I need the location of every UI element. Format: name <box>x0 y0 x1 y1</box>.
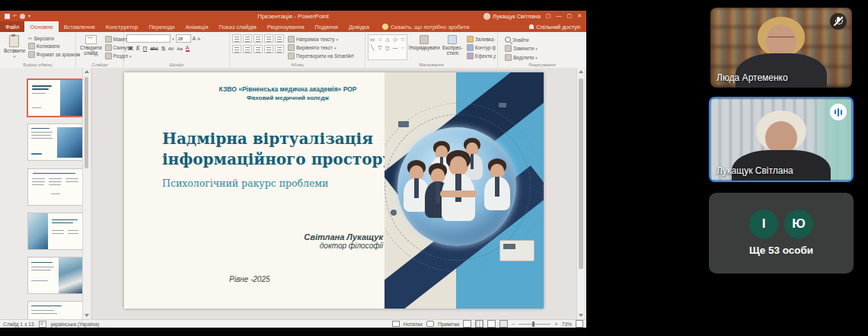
scroll-down-icon[interactable] <box>83 312 90 319</box>
slide-thumbnail-1[interactable] <box>28 80 83 116</box>
language-indicator[interactable]: українська (Україна) <box>51 322 100 327</box>
slide-thumbnail-6[interactable] <box>28 302 83 319</box>
decrease-indent-icon[interactable] <box>254 34 263 43</box>
shape-star-icon[interactable]: ☆ <box>400 37 405 43</box>
shape-fill-button[interactable]: Заливка фігури <box>467 36 496 43</box>
increase-indent-icon[interactable] <box>264 34 273 43</box>
tab-animations[interactable]: Анімація <box>180 21 213 32</box>
new-slide-button[interactable]: Створити слайд <box>78 34 104 60</box>
account-button[interactable]: Лукащук Світлана <box>483 13 541 20</box>
text-direction-button[interactable]: Напрямок тексту ▾ <box>288 36 354 43</box>
shape-square-icon[interactable]: ◻ <box>385 45 390 51</box>
slide-thumbnail-3[interactable] <box>28 169 83 205</box>
shape-outline-button[interactable]: Контур фігури <box>467 44 496 51</box>
arrange-button[interactable]: Упорядкувати <box>409 34 439 60</box>
zoom-in-button[interactable]: + <box>554 322 557 327</box>
shape-line-icon[interactable]: ╲ <box>371 45 374 51</box>
start-slideshow-icon[interactable] <box>20 14 25 19</box>
strikethrough-button[interactable]: abc <box>150 46 158 51</box>
zoom-out-button[interactable]: − <box>512 322 515 327</box>
shapes-gallery[interactable]: ▭ ○ △ ◇ ☆ ╲ ▽ ◻ — ◦ <box>368 34 407 60</box>
slide-scroll-down-icon[interactable] <box>577 312 585 319</box>
ribbon-display-options-icon[interactable]: ▢ <box>546 13 551 19</box>
align-right-icon[interactable] <box>254 45 263 53</box>
slide-thumbnail-2[interactable] <box>28 124 83 160</box>
tab-design[interactable]: Конструктор <box>101 21 144 32</box>
zoom-level[interactable]: 73% <box>561 322 572 327</box>
columns-icon[interactable] <box>275 45 284 53</box>
font-size-input[interactable]: 28 <box>176 34 191 43</box>
zoom-slider[interactable] <box>519 324 550 325</box>
slide-canvas[interactable]: КЗВО «Рівненська медична академія» РОР Ф… <box>124 72 544 309</box>
numbering-icon[interactable] <box>243 34 252 43</box>
decrease-font-icon[interactable]: А <box>197 37 200 41</box>
font-name-input[interactable] <box>126 34 171 43</box>
copy-button[interactable]: Копіювати <box>28 43 80 50</box>
font-color-button[interactable]: А <box>186 45 190 52</box>
bullets-icon[interactable] <box>232 34 241 43</box>
tab-insert[interactable]: Вставлення <box>59 21 101 32</box>
comments-toggle[interactable]: Примітки <box>438 322 460 327</box>
scroll-up-icon[interactable] <box>83 68 90 75</box>
convert-smartart-button[interactable]: Перетворити на SmartArt <box>288 53 354 59</box>
select-button[interactable]: Виділити ▾ <box>505 54 538 61</box>
slide-sorter-view-icon[interactable] <box>475 320 483 328</box>
minimize-button[interactable]: — <box>557 13 562 19</box>
notes-toggle[interactable]: Нотатки <box>404 322 423 327</box>
slide-scroll-up-icon[interactable] <box>577 68 585 75</box>
quick-styles-button[interactable]: Експрес- стилі <box>441 34 464 60</box>
shape-effects-button[interactable]: Ефекти для фігур <box>467 53 496 59</box>
tab-slideshow[interactable]: Показ слайдів <box>214 21 262 32</box>
thumbnail-scrollbar[interactable] <box>82 68 90 319</box>
fit-to-window-icon[interactable] <box>576 320 583 328</box>
align-text-button[interactable]: Вирівняти текст ▾ <box>288 44 354 51</box>
format-painter-button[interactable]: Формат за зразком <box>28 51 80 58</box>
reading-view-icon[interactable] <box>487 320 496 328</box>
shape-circle-icon[interactable]: ○ <box>378 37 381 42</box>
paste-button[interactable]: Вставити ▾ <box>2 34 27 60</box>
thumbnail-scroll-thumb[interactable] <box>85 77 88 168</box>
justify-icon[interactable] <box>264 45 273 53</box>
bold-button[interactable]: Ж <box>128 45 133 52</box>
more-participants-tile[interactable]: І Ю Ще 53 особи <box>709 193 854 274</box>
restore-button[interactable]: ▢ <box>567 13 573 19</box>
slide-thumbnail-5[interactable] <box>28 258 83 293</box>
video-tile-1[interactable]: Люда Артеменко <box>710 8 852 88</box>
tab-help[interactable]: Довідка <box>343 21 375 32</box>
tab-file[interactable]: Файл <box>0 21 24 32</box>
italic-button[interactable]: К <box>136 45 140 52</box>
character-spacing-button[interactable]: AV <box>168 46 174 51</box>
replace-button[interactable]: Замінити ▾ <box>505 45 538 52</box>
find-button[interactable]: Знайти <box>505 37 538 43</box>
qat-customize-icon[interactable]: ▾ <box>28 14 30 18</box>
shape-triangle-icon[interactable]: △ <box>385 37 389 43</box>
increase-font-icon[interactable]: А <box>193 36 196 41</box>
slide-thumbnail-4[interactable] <box>28 213 83 249</box>
change-case-button[interactable]: Aa <box>177 46 182 51</box>
zoom-slider-knob[interactable] <box>532 322 535 327</box>
normal-view-icon[interactable] <box>463 320 471 328</box>
shape-dash-icon[interactable]: — <box>393 45 398 50</box>
tell-me-box[interactable]: Скажіть, що потрібно зробити <box>382 21 470 32</box>
undo-icon[interactable]: ↶ <box>13 14 17 18</box>
share-button[interactable]: Спільний доступ <box>529 21 586 32</box>
cut-button[interactable]: ✂ Вирізати <box>28 36 80 41</box>
spellcheck-icon[interactable] <box>39 321 46 328</box>
underline-button[interactable]: П <box>143 45 147 52</box>
align-center-icon[interactable] <box>243 45 252 53</box>
shape-diamond-icon[interactable]: ◇ <box>393 37 397 43</box>
tab-review[interactable]: Рецензування <box>262 21 310 32</box>
line-spacing-icon[interactable] <box>275 34 284 43</box>
video-tile-2-active-speaker[interactable]: Лукащук Світлана <box>709 97 854 182</box>
shape-rect-icon[interactable]: ▭ <box>370 37 375 43</box>
align-left-icon[interactable] <box>232 45 241 53</box>
slide-scrollbar[interactable] <box>576 68 585 319</box>
tab-home[interactable]: Основне <box>24 21 58 32</box>
save-icon[interactable] <box>5 14 10 19</box>
text-shadow-button[interactable]: S <box>161 45 165 52</box>
tab-transitions[interactable]: Переходи <box>143 21 180 32</box>
slideshow-view-icon[interactable] <box>499 320 508 328</box>
shape-arrow-icon[interactable]: ▽ <box>378 45 381 51</box>
slide-scroll-thumb[interactable] <box>579 78 583 269</box>
shape-dot-icon[interactable]: ◦ <box>402 45 404 50</box>
